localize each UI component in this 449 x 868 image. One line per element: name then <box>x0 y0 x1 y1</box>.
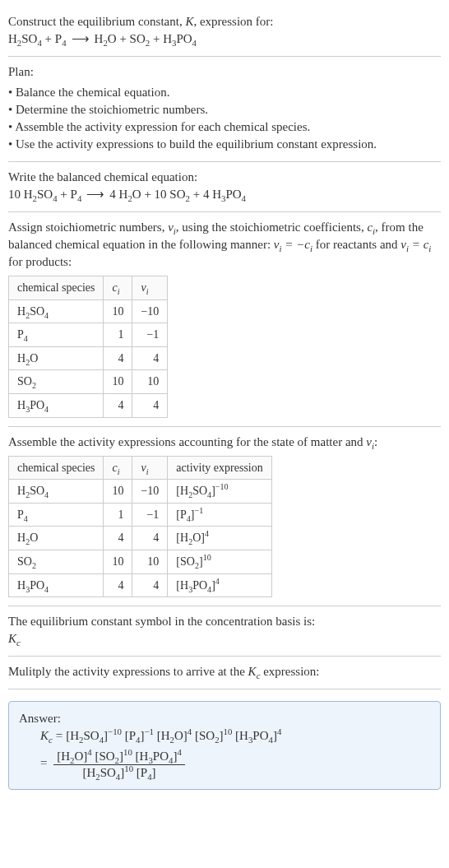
col-nui: νi <box>132 456 168 480</box>
kc-expression-line1: Kc = [H2SO4]−10 [P4]−1 [H2O]4 [SO2]10 [H… <box>19 727 430 745</box>
table-row: P4 1 −1 <box>9 323 168 347</box>
nu-eq-c: νi = ci <box>400 238 431 251</box>
activity-cell: [SO2]10 <box>168 550 271 573</box>
col-ci: ci <box>104 276 132 300</box>
species-cell: H2SO4 <box>9 480 104 504</box>
plan-heading: Plan: <box>8 63 441 81</box>
intro-line: Construct the equilibrium constant, K, e… <box>8 13 441 30</box>
coeff-h2so4: 10 <box>8 188 21 201</box>
plan-item: Balance the chemical equation. <box>8 84 441 101</box>
activity-section: Assemble the activity expressions accoun… <box>8 427 441 607</box>
ci-cell: 4 <box>104 527 132 550</box>
col-nui: νi <box>132 276 168 300</box>
stoich-text-d: for reactants and <box>312 238 400 251</box>
table-row: H2SO4 10 −10 <box>9 299 168 323</box>
table-header-row: chemical species ci νi activity expressi… <box>9 456 272 480</box>
kc-basis-text: The equilibrium constant symbol in the c… <box>8 613 441 630</box>
ci-cell: 4 <box>104 393 132 417</box>
multiply-section: Mulitply the activity expressions to arr… <box>8 657 441 689</box>
ci-cell: 10 <box>104 480 132 504</box>
col-species: chemical species <box>9 276 104 300</box>
target-equation: H2SO4 + P4⟶H2O + SO2 + H3PO4 <box>8 30 441 48</box>
arrow-icon: ⟶ <box>81 188 109 201</box>
table-row: H2O 4 4 <box>9 346 168 370</box>
equals: = <box>56 727 62 745</box>
nui-cell: −10 <box>132 299 168 323</box>
intro-prefix: Construct the equilibrium constant, <box>8 15 185 28</box>
balanced-section: Write the balanced chemical equation: 10… <box>8 162 441 212</box>
kc-basis-section: The equilibrium constant symbol in the c… <box>8 606 441 657</box>
species-cell: H3PO4 <box>9 393 104 417</box>
table-header-row: chemical species ci νi <box>9 276 168 300</box>
ci-cell: 4 <box>104 346 132 370</box>
activity-table: chemical species ci νi activity expressi… <box>8 456 272 598</box>
nui-cell: −1 <box>132 323 168 347</box>
activity-cell: [H2SO4]−10 <box>168 480 271 504</box>
c-i: ci <box>367 220 375 234</box>
table-row: H2O 4 4 [H2O]4 <box>9 527 272 550</box>
species-cell: P4 <box>9 503 104 527</box>
coeff-h2o: 4 <box>109 188 116 201</box>
plan-section: Plan: Balance the chemical equation. Det… <box>8 57 441 162</box>
ci-cell: 4 <box>104 573 132 597</box>
plan-item: Determine the stoichiometric numbers. <box>8 101 441 118</box>
table-row: H3PO4 4 4 [H3PO4]4 <box>9 573 272 597</box>
species-cell: H2O <box>9 527 104 550</box>
answer-box: Answer: Kc = [H2SO4]−10 [P4]−1 [H2O]4 [S… <box>8 701 441 790</box>
plan-item: Assemble the activity expression for eac… <box>8 118 441 136</box>
nui-cell: −1 <box>132 503 168 527</box>
nui-cell: 4 <box>132 393 168 417</box>
answer-section: Answer: Kc = [H2SO4]−10 [P4]−1 [H2O]4 [S… <box>8 689 441 798</box>
coeff-h3po4: 4 <box>203 188 210 201</box>
species-cell: SO2 <box>9 370 104 394</box>
kc-symbol: Kc <box>8 630 441 648</box>
table-row: P4 1 −1 [P4]−1 <box>9 503 272 527</box>
nui-cell: 10 <box>132 550 168 573</box>
kc-lhs: Kc <box>40 727 53 745</box>
activity-heading: Assemble the activity expressions accoun… <box>8 434 441 451</box>
species-cell: P4 <box>9 323 104 347</box>
ci-cell: 10 <box>104 299 132 323</box>
table-row: SO2 10 10 <box>9 370 168 394</box>
kc-product: [H2SO4]−10 [P4]−1 [H2O]4 [SO2]10 [H3PO4]… <box>66 727 281 745</box>
activity-cell: [H2O]4 <box>168 527 271 550</box>
equals: = <box>40 757 47 770</box>
ci-cell: 1 <box>104 503 132 527</box>
species-cell: H2O <box>9 346 104 370</box>
stoich-table: chemical species ci νi H2SO4 10 −10 P4 1… <box>8 276 168 418</box>
kc-symbol-inline: Kc <box>248 665 261 678</box>
stoich-section: Assign stoichiometric numbers, νi, using… <box>8 212 441 427</box>
intro-K: K <box>185 15 193 28</box>
nui-cell: −10 <box>132 480 168 504</box>
species-cell: SO2 <box>9 550 104 573</box>
kc-expression-line2: = [H2O]4 [SO2]10 [H3PO4]4 [H2SO4]10 [P4] <box>19 748 430 781</box>
activity-cell: [H3PO4]4 <box>168 573 271 597</box>
nu-i: νi <box>168 220 176 234</box>
species-cell: H2SO4 <box>9 299 104 323</box>
kc-denominator: [H2SO4]10 [P4] <box>53 765 185 780</box>
multiply-text-b: expression: <box>260 665 319 678</box>
nui-cell: 10 <box>132 370 168 394</box>
ci-cell: 10 <box>104 550 132 573</box>
species-cell: H3PO4 <box>9 573 104 597</box>
answer-label: Answer: <box>19 710 430 727</box>
arrow-icon: ⟶ <box>67 32 95 45</box>
activity-heading-a: Assemble the activity expressions accoun… <box>8 435 366 448</box>
col-activity: activity expression <box>168 456 271 480</box>
stoich-text-e: for products: <box>8 255 72 268</box>
col-species: chemical species <box>9 456 104 480</box>
intro-suffix: , expression for: <box>193 15 273 28</box>
ci-cell: 10 <box>104 370 132 394</box>
balanced-equation: 10 H2SO4 + P4⟶4 H2O + 10 SO2 + 4 H3PO4 <box>8 186 441 203</box>
kc-numerator: [H2O]4 [SO2]10 [H3PO4]4 <box>53 750 185 765</box>
plan-item: Use the activity expressions to build th… <box>8 136 441 153</box>
balanced-heading: Write the balanced chemical equation: <box>8 169 441 186</box>
multiply-text-a: Mulitply the activity expressions to arr… <box>8 665 248 678</box>
activity-cell: [P4]−1 <box>168 503 271 527</box>
table-row: H2SO4 10 −10 [H2SO4]−10 <box>9 480 272 504</box>
intro-section: Construct the equilibrium constant, K, e… <box>8 7 441 57</box>
kc-fraction: [H2O]4 [SO2]10 [H3PO4]4 [H2SO4]10 [P4] <box>53 750 185 779</box>
nui-cell: 4 <box>132 573 168 597</box>
activity-heading-b: : <box>374 435 377 448</box>
nu-eq-neg-c: νi = −ci <box>274 238 312 251</box>
